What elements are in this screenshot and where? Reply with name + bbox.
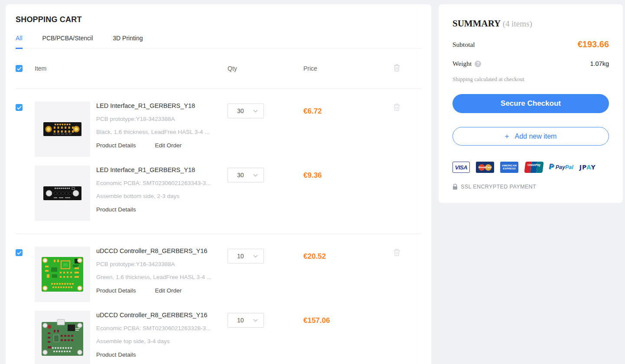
qty-value: 30 [237,107,244,114]
pcb-thumbnail-icon [35,311,90,364]
chevron-down-icon [253,110,258,113]
question-icon[interactable]: ? [475,61,481,67]
amex-logo: AMERICAN EXPRESS [500,162,518,173]
trash-icon [393,103,400,111]
weight-row: Weight ? 1.07kg [452,60,609,68]
edit-order-link[interactable]: Edit Order [155,287,182,294]
chevron-down-icon [253,319,258,322]
product-spec-line2: Green, 1.6 thickness, LeadFree HASL 3-4 … [96,274,228,280]
column-header-qty: Qty [228,65,303,72]
qty-select[interactable]: 10 [228,249,264,263]
qty-select[interactable]: 30 [228,168,264,182]
cart-row-pcba: LED Interface_R1_GERBERS_Y18 Economic PC… [35,166,421,221]
pcb-thumbnail-icon [35,247,90,302]
product-spec-line2: Assemble top side, 3-4 days [96,338,228,344]
delete-item-button[interactable] [393,248,400,258]
trash-icon [393,248,400,257]
product-details-link[interactable]: Product Details [96,206,136,213]
chevron-down-icon [253,174,258,177]
unionpay-logo: UnionPay [524,162,544,173]
product-spec-line1: Economic PCBA: SMT02306021263328-3... [96,325,228,332]
paypal-logo: P PayPal [550,163,573,171]
summary-items-count: (4 items) [503,19,532,28]
product-image-udccd-back[interactable] [35,311,90,364]
product-title: LED Interface_R1_GERBERS_Y18 [96,166,228,173]
subtotal-label: Subtotal [452,41,475,49]
product-spec-line2: Black, 1.6 thickness, LeadFree HASL 3-4 … [96,129,228,135]
product-image-udccd-front[interactable] [35,247,90,302]
product-title: LED Interface_R1_GERBERS_Y18 [96,102,228,109]
product-spec-line2: Assemble bottom side, 2-3 days [96,193,228,199]
qty-value: 30 [237,172,244,179]
shipping-note: Shipping calculated at checkout [452,76,609,83]
select-item-checkbox[interactable] [16,249,23,256]
mastercard-logo: MasterCard [476,162,494,173]
column-header-item: Item [35,65,228,72]
subtotal-value: €193.66 [578,39,609,49]
ssl-note: SSL ENCRYPTED PAYMENT [452,184,609,190]
product-info: uDCCD Controller_R8_GERBERS_Y16 PCB prot… [96,247,228,302]
cart-row-pcba: uDCCD Controller_R8_GERBERS_Y16 Economic… [35,311,421,364]
product-title: uDCCD Controller_R8_GERBERS_Y16 [96,247,228,254]
cart-group-udccd-controller: uDCCD Controller_R8_GERBERS_Y16 PCB prot… [16,234,421,364]
weight-value: 1.07kg [590,60,609,67]
cart-row-pcb: LED Interface_R1_GERBERS_Y18 PCB prototy… [35,101,421,157]
qty-select[interactable]: 10 [228,313,264,328]
pcb-thumbnail-icon [35,101,90,157]
lock-icon [452,184,458,190]
item-price: €20.52 [303,252,421,302]
select-all-checkbox[interactable] [16,65,23,72]
delete-selected-button[interactable] [393,64,421,73]
item-price: €157.06 [303,316,421,364]
secure-checkout-button[interactable]: Secure Checkout [452,94,609,113]
product-title: uDCCD Controller_R8_GERBERS_Y16 [96,312,228,318]
shopping-cart-panel: SHOPPING CART All PCB/PCBA/Stencil 3D Pr… [6,4,431,364]
cart-table-header: Item Qty Price [16,49,421,89]
page-title: SHOPPING CART [16,4,421,24]
product-info: uDCCD Controller_R8_GERBERS_Y16 Economic… [96,311,228,364]
checkmark-icon [17,67,22,71]
product-details-link[interactable]: Product Details [96,351,136,358]
product-details-link[interactable]: Product Details [96,287,136,294]
product-spec-line1: PCB prototype:Y16-3423388A [96,261,228,267]
qty-select[interactable]: 30 [228,104,264,118]
product-info: LED Interface_R1_GERBERS_Y18 Economic PC… [96,166,228,221]
tab-all[interactable]: All [16,35,23,49]
cart-group-led-interface: LED Interface_R1_GERBERS_Y18 PCB prototy… [16,89,421,234]
cart-row-pcb: uDCCD Controller_R8_GERBERS_Y16 PCB prot… [35,247,421,302]
column-header-price: Price [303,65,393,72]
product-spec-line1: PCB prototype:Y18-3423388A [96,116,228,122]
product-image-led-front[interactable] [35,101,90,157]
product-image-led-back[interactable] [35,166,90,221]
visa-logo: VISA [452,162,470,173]
subtotal-row: Subtotal €193.66 [452,39,609,49]
add-new-item-button[interactable]: + Add new item [452,127,609,146]
item-price: €9.36 [303,171,421,221]
ssl-label: SSL ENCRYPTED PAYMENT [461,184,536,190]
tab-3d-printing[interactable]: 3D Printing [113,35,143,48]
qty-value: 10 [237,253,244,260]
product-spec-line1: Economic PCBA: SMT02306021263343-3... [96,180,228,186]
plus-icon: + [505,132,509,141]
qty-value: 10 [237,317,244,324]
delete-item-button[interactable] [393,103,400,113]
payment-methods: VISA MasterCard AMERICAN EXPRESS UnionPa… [452,162,609,173]
summary-panel: SUMMARY (4 items) Subtotal €193.66 Weigh… [439,4,623,203]
chevron-down-icon [253,255,258,258]
select-item-checkbox[interactable] [16,104,23,111]
weight-label: Weight [452,60,472,68]
edit-order-link[interactable]: Edit Order [155,142,182,149]
pcb-thumbnail-icon [35,166,90,221]
cart-tabs: All PCB/PCBA/Stencil 3D Printing [16,35,421,49]
item-price: €6.72 [303,107,421,157]
checkmark-icon [17,251,22,255]
jpay-logo: JPAY [579,164,596,171]
checkmark-icon [17,106,22,110]
tab-pcb-pcba-stencil[interactable]: PCB/PCBA/Stencil [42,35,93,48]
trash-icon [393,64,400,72]
summary-title: SUMMARY (4 items) [452,4,609,29]
product-info: LED Interface_R1_GERBERS_Y18 PCB prototy… [96,101,228,157]
product-details-link[interactable]: Product Details [96,142,136,149]
